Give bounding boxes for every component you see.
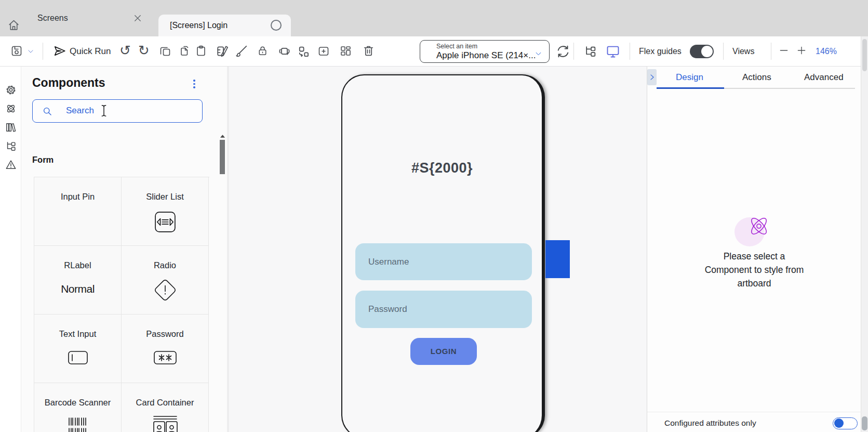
chevron-down-icon [27,48,34,55]
search-input[interactable] [66,100,196,121]
rail-library-button[interactable] [5,122,17,133]
screen-title-text[interactable]: #S{2000} [342,160,542,176]
brush-icon [235,44,248,58]
rail-issues-button[interactable] [5,159,17,171]
component-card-container[interactable]: Card Container [122,383,209,432]
duplicate-button[interactable] [178,45,190,57]
component-radio[interactable]: Radio [122,246,209,315]
chevron-right-icon [649,74,656,81]
device-select-value: Apple iPhone SE (214×... [436,50,536,61]
scrollbar-thumb[interactable] [862,39,867,71]
views-dropdown[interactable]: Views [732,46,754,57]
toolbar-divider [43,43,43,60]
redo-button[interactable]: ↻ [138,43,150,59]
atom-icon [5,103,17,114]
lock-button[interactable] [257,45,269,57]
close-icon[interactable] [133,14,142,23]
preview-screen-button[interactable] [606,44,620,59]
toolbar-divider [573,43,574,60]
tree-view-button[interactable] [584,45,597,58]
collapse-panel-button[interactable] [647,69,657,85]
flex-guides-label: Flex guides [639,46,682,57]
layout-button[interactable] [339,45,352,57]
configured-attributes-label: Configured attributes only [664,418,756,428]
library-books-icon [5,122,17,133]
component-rlabel[interactable]: RLabel Normal [34,246,122,315]
brush-button[interactable] [235,44,248,58]
save-options-button[interactable] [27,48,34,55]
monitor-icon [606,44,620,59]
scroll-up-arrow-icon[interactable] [220,134,225,138]
empty-state-message: Please select a Component to style from … [692,250,817,290]
send-backward-button[interactable] [296,44,310,58]
toggle-knob [834,418,844,428]
paste-button[interactable] [195,45,207,57]
scrollbar-thumb[interactable] [220,140,225,174]
arrange-backward-icon [296,44,310,58]
component-label: RLabel [64,260,91,270]
left-icon-rail [0,67,21,432]
components-menu-button[interactable] [191,80,198,90]
component-label: Card Container [136,398,194,408]
zoom-out-button[interactable] [779,45,789,56]
login-button[interactable]: LOGIN [410,338,477,365]
zoom-in-button[interactable] [796,45,807,56]
bring-forward-button[interactable] [277,44,291,58]
scrollbar-thumb-bottom[interactable] [862,416,867,430]
toolbar: Quick Run ↺ ↻ [0,36,868,67]
chevron-down-icon [535,50,542,58]
component-label: Slider List [146,192,183,202]
styles-button[interactable] [216,44,230,58]
components-scrollbar[interactable] [220,134,225,174]
components-search[interactable] [32,99,203,123]
tab-login-label: [Screens] Login [170,15,228,36]
save-button[interactable] [10,45,23,57]
rail-settings-button[interactable] [5,84,17,96]
toggle-knob [701,46,713,57]
tab-design[interactable]: Design [676,72,703,83]
selection-rectangle[interactable] [545,240,570,278]
tab-screens[interactable]: Screens [21,7,151,29]
rail-hierarchy-button[interactable] [5,140,17,152]
footer-divider [647,412,861,412]
configured-attributes-toggle[interactable] [833,417,858,429]
trash-icon [362,44,375,57]
device-select[interactable]: Select an item Apple iPhone SE (214×... [420,40,550,63]
copy-button[interactable] [159,45,171,57]
duplicate-page-icon [178,45,190,57]
save-icon [10,45,23,57]
sync-button[interactable] [556,44,570,59]
tab-screens-login[interactable]: [Screens] Login [158,15,291,36]
quick-run-label[interactable]: Quick Run [70,46,111,57]
zoom-level-dropdown[interactable]: 146% [816,46,837,57]
delete-button[interactable] [362,44,375,57]
username-field[interactable]: Username [355,243,532,280]
undo-button[interactable]: ↺ [119,43,131,59]
password-field[interactable]: Password [355,291,532,328]
component-password[interactable]: Password [122,315,209,383]
textbox-cursor-icon [68,350,88,365]
atom-icon [747,213,771,239]
home-button[interactable] [7,19,20,32]
tab-actions[interactable]: Actions [742,72,771,83]
tab-bar: Screens [Screens] Login [0,0,868,36]
flex-guides-toggle[interactable] [690,45,714,58]
quick-run-button[interactable] [53,44,66,58]
tab-advanced[interactable]: Advanced [804,72,844,83]
component-barcode-scanner[interactable]: Barcode Scanner [34,383,122,432]
component-input-pin[interactable]: Input Pin [34,177,122,246]
device-select-label: Select an item [436,43,477,50]
artboard-phone-frame[interactable]: #S{2000} Username Password LOGIN [341,74,545,432]
component-slider-list[interactable]: Slider List [122,177,209,246]
rail-components-button[interactable] [5,103,17,114]
username-placeholder: Username [368,257,409,267]
component-label: Radio [154,260,176,270]
components-grid: Input Pin Slider List RLabel Normal Radi… [34,177,209,432]
add-container-button[interactable] [317,45,330,57]
window-scrollbar[interactable] [861,36,868,432]
component-text-input[interactable]: Text Input [34,315,122,383]
warning-triangle-icon [5,159,17,171]
design-ruler-pen-icon [216,44,230,58]
component-label: Text Input [59,329,97,339]
asterisks-box-icon [153,350,177,365]
